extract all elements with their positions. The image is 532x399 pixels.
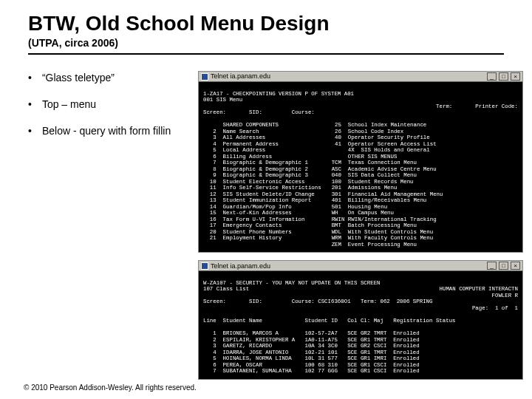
telnet-icon xyxy=(201,73,208,81)
window-title: Telnet ia.panam.edu xyxy=(211,262,270,270)
window-title: Telnet ia.panam.edu xyxy=(211,72,270,80)
maximize-button[interactable]: □ xyxy=(499,262,508,270)
window-titlebar: Telnet ia.panam.edu _ □ × xyxy=(199,261,522,271)
telnet-icon xyxy=(201,262,208,270)
table-header: Line Student Name Student ID Col Cl: Maj… xyxy=(203,318,456,324)
minimize-button[interactable]: _ xyxy=(487,262,497,270)
bullet-list: “Glass teletype” Top – menu Below - quer… xyxy=(28,71,198,380)
term-line: 001 SIS Menu xyxy=(203,97,242,103)
term-line: 107 Class List xyxy=(203,286,249,292)
term-line: Screen: SID: Course: CSCI6360O1 Term: 06… xyxy=(203,299,432,304)
term-line-right: HUMAN COMPUTER INTERACTN xyxy=(440,286,518,293)
content-area: “Glass teletype” Top – menu Below - quer… xyxy=(0,55,532,380)
bullet-text: “Glass teletype” xyxy=(42,71,115,84)
terminal-body: W-ZA107 - SECURITY - YOU MAY NOT UPDATE … xyxy=(199,271,522,378)
close-button[interactable]: × xyxy=(511,262,520,270)
table-rows: 1 BRIONES, MARCOS A 102-57-2A7 SCE GR2 T… xyxy=(203,330,420,374)
slide-subtitle: (UTPA, circa 2006) xyxy=(0,37,532,49)
telnet-window-query: Telnet ia.panam.edu _ □ × W-ZA107 - SECU… xyxy=(198,260,523,379)
close-button[interactable]: × xyxy=(511,72,520,81)
term-line-right: Page: 1 of 1 xyxy=(472,305,518,312)
bullet-text: Below - query with form fillin xyxy=(42,124,171,137)
window-titlebar: Telnet ia.panam.edu _ □ × xyxy=(199,72,522,82)
terminal-body: 1-ZA17 - CHECKPOINTING VERSION P OF SYST… xyxy=(199,82,522,252)
term-line: 1-ZA17 - CHECKPOINTING VERSION P OF SYST… xyxy=(203,91,354,97)
bullet-item: Top – menu xyxy=(28,98,198,111)
menu-columns: SHARED COMPONENTS 2 Name Search 3 All Ad… xyxy=(203,122,518,248)
term-line: Screen: SID: Course: xyxy=(203,109,315,115)
screenshots-column: Telnet ia.panam.edu _ □ × 1-ZA17 - CHECK… xyxy=(198,71,523,380)
maximize-button[interactable]: □ xyxy=(499,72,508,81)
menu-left-column: SHARED COMPONENTS 2 Name Search 3 All Ad… xyxy=(203,122,321,248)
term-line: W-ZA107 - SECURITY - YOU MAY NOT UPDATE … xyxy=(203,280,381,286)
telnet-window-menu: Telnet ia.panam.edu _ □ × 1-ZA17 - CHECK… xyxy=(198,71,523,253)
bullet-item: “Glass teletype” xyxy=(28,71,198,84)
bullet-item: Below - query with form fillin xyxy=(28,124,198,137)
menu-right-column: 25 School Index Maintenance 26 School Co… xyxy=(332,122,443,248)
term-line-right: FOWLER R xyxy=(492,293,518,299)
slide-title: BTW, Old School Menu Design xyxy=(0,0,532,37)
term-line-right: Term: Printer Code: xyxy=(436,103,518,110)
copyright-footer: © 2010 Pearson Addison-Wesley. All right… xyxy=(24,383,197,392)
minimize-button[interactable]: _ xyxy=(487,72,497,81)
bullet-text: Top – menu xyxy=(42,98,96,111)
